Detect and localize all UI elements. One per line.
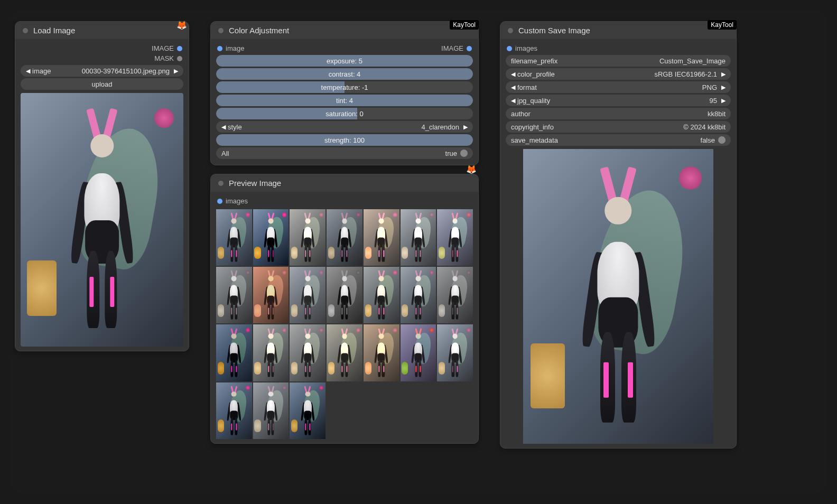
input-port-icon[interactable] [217, 199, 222, 204]
input-port-icon[interactable] [217, 46, 222, 51]
node-header[interactable]: Load Image [15, 22, 189, 39]
tint-slider[interactable]: tint: 4 [216, 95, 473, 106]
input-image-label: image [226, 44, 244, 52]
contrast-slider[interactable]: contrast: 4 [216, 68, 473, 80]
chevron-left-icon[interactable]: ◀ [26, 68, 30, 74]
style-label: style [226, 123, 421, 131]
output-port-icon[interactable] [467, 46, 472, 51]
field-label: filename_prefix [511, 57, 557, 65]
node-header[interactable]: Custom Save Image [500, 22, 736, 39]
preview-thumbnail[interactable] [437, 267, 473, 323]
save-metadata-toggle[interactable]: save_metadata false [506, 134, 731, 146]
output-image-label: IMAGE [441, 44, 463, 52]
author-field[interactable]: author kk8bit [506, 108, 731, 119]
preview-thumbnail[interactable] [437, 209, 473, 266]
collapse-dot-icon[interactable] [23, 28, 28, 33]
field-label: save_metadata [511, 136, 558, 144]
preview-thumbnail[interactable] [253, 209, 289, 266]
field-label: author [511, 110, 531, 118]
fox-icon: 🦊 [176, 20, 187, 30]
preview-thumbnail[interactable] [327, 324, 362, 381]
toggle-knob-icon[interactable] [460, 150, 468, 157]
all-label: All [221, 150, 229, 157]
preview-thumbnail[interactable] [253, 267, 289, 323]
preview-thumbnail[interactable] [216, 324, 252, 381]
style-select[interactable]: ◀ style 4_clarendon ▶ [216, 121, 473, 133]
preview-grid [216, 209, 473, 439]
preview-thumbnail[interactable] [327, 267, 362, 323]
image-select-label: image [30, 67, 82, 75]
chevron-left-icon[interactable]: ◀ [221, 124, 226, 130]
node-preview-image[interactable]: Preview Image images [210, 174, 479, 444]
node-title: Preview Image [229, 179, 281, 188]
preview-thumbnail[interactable] [216, 267, 252, 323]
field-label: format [515, 83, 702, 91]
field-label: jpg_quality [515, 97, 710, 105]
node-header[interactable]: Preview Image [211, 174, 478, 192]
node-load-image[interactable]: Load Image IMAGE MASK ◀ image 00030-3976… [15, 21, 189, 351]
node-color-adjustment[interactable]: Color Adjustment image IMAGE exposure: 5… [210, 21, 479, 165]
input-images-label: images [226, 197, 248, 205]
preview-thumbnail[interactable] [401, 267, 436, 323]
output-mask-label: MASK [154, 54, 174, 62]
node-canvas[interactable]: 🦊 Load Image IMAGE MASK ◀ image 00030-3 [11, 11, 826, 493]
output-image-label: IMAGE [152, 44, 174, 52]
node-header[interactable]: Color Adjustment [211, 22, 478, 39]
toggle-knob-icon[interactable] [718, 136, 726, 144]
filename-prefix-field[interactable]: filename_prefix Custom_Save_Image [506, 55, 731, 67]
chevron-right-icon[interactable]: ▶ [721, 84, 726, 91]
image-select-value: 00030-3976415100.jpeg.png [82, 67, 170, 75]
copyright-field[interactable]: copyright_info © 2024 kk8bit [506, 121, 731, 133]
field-value: PNG [702, 83, 717, 91]
collapse-dot-icon[interactable] [218, 28, 224, 33]
node-title: Load Image [33, 26, 75, 35]
input-port-icon[interactable] [507, 46, 512, 51]
jpg-quality-stepper[interactable]: ◀ jpg_quality 95 ▶ [506, 95, 731, 106]
preview-thumbnail[interactable] [216, 209, 252, 266]
preview-thumbnail[interactable] [401, 209, 436, 266]
chevron-right-icon[interactable]: ▶ [721, 71, 726, 78]
node-custom-save-image[interactable]: Custom Save Image images filename_prefix… [500, 21, 737, 449]
preview-thumbnail[interactable] [437, 324, 473, 381]
color-profile-select[interactable]: ◀ color_profile sRGB IEC61966-2.1 ▶ [506, 68, 731, 80]
preview-thumbnail[interactable] [364, 267, 399, 323]
field-value: kk8bit [708, 110, 726, 118]
strength-slider[interactable]: strength: 100 [216, 134, 473, 146]
chevron-right-icon[interactable]: ▶ [174, 68, 178, 74]
image-preview[interactable] [21, 93, 183, 347]
exposure-slider[interactable]: exposure: 5 [216, 55, 473, 67]
preview-thumbnail[interactable] [290, 267, 326, 323]
field-label: color_profile [515, 70, 654, 78]
chevron-left-icon[interactable]: ◀ [511, 84, 515, 91]
kaytool-badge: KayTool [450, 20, 479, 30]
style-value: 4_clarendon [421, 123, 459, 131]
preview-thumbnail[interactable] [290, 382, 326, 439]
output-port-icon[interactable] [177, 56, 182, 61]
chevron-left-icon[interactable]: ◀ [511, 97, 515, 104]
node-title: Custom Save Image [518, 26, 590, 35]
all-toggle[interactable]: All true [216, 147, 473, 159]
collapse-dot-icon[interactable] [508, 28, 513, 33]
preview-thumbnail[interactable] [253, 324, 289, 381]
preview-thumbnail[interactable] [290, 209, 326, 266]
temperature-slider[interactable]: temperature: -1 [216, 81, 473, 93]
chevron-right-icon[interactable]: ▶ [463, 124, 468, 130]
output-port-icon[interactable] [177, 46, 182, 51]
chevron-left-icon[interactable]: ◀ [511, 71, 515, 78]
saturation-slider[interactable]: saturation: 0 [216, 108, 473, 119]
preview-thumbnail[interactable] [364, 324, 399, 381]
preview-thumbnail[interactable] [327, 209, 362, 266]
preview-thumbnail[interactable] [364, 209, 399, 266]
preview-thumbnail[interactable] [216, 382, 252, 439]
preview-thumbnail[interactable] [290, 324, 326, 381]
chevron-right-icon[interactable]: ▶ [721, 97, 726, 104]
preview-thumbnail[interactable] [401, 324, 436, 381]
upload-button[interactable]: upload [21, 78, 183, 90]
preview-thumbnail[interactable] [253, 382, 289, 439]
output-image-preview[interactable] [506, 149, 731, 444]
collapse-dot-icon[interactable] [218, 181, 224, 186]
format-select[interactable]: ◀ format PNG ▶ [506, 81, 731, 93]
field-label: copyright_info [511, 123, 554, 131]
field-value: Custom_Save_Image [659, 57, 726, 65]
image-select[interactable]: ◀ image 00030-3976415100.jpeg.png ▶ [21, 65, 183, 77]
